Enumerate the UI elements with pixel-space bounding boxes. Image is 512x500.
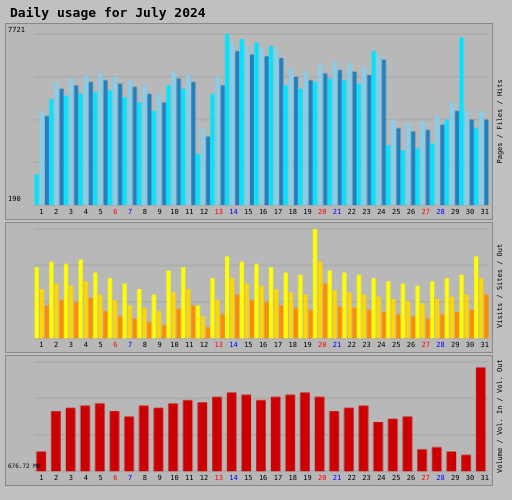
side-label-2: Visits / Sites / Out [493, 220, 507, 351]
y-label-3: 676.72 MB [8, 462, 41, 469]
y-min-1: 190 [8, 195, 21, 203]
y-max-1: 7721 [8, 26, 25, 34]
chart-title: Daily usage for July 2024 [10, 5, 507, 20]
side-label-3: Volume / Vol. In / Vol. Out [493, 351, 507, 482]
side-label-1: Pages / Files / Hits [493, 23, 507, 220]
chart-container: Daily usage for July 2024 7721 190 12345… [0, 0, 512, 500]
